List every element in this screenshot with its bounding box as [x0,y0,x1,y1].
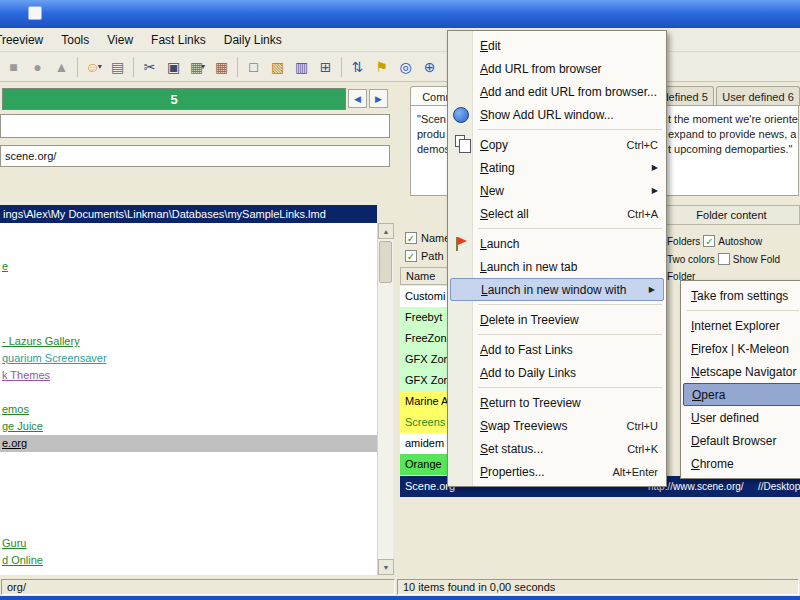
context-menu-item-show-add-url-window[interactable]: Show Add URL window... [448,103,666,126]
copy-icon: ▣ [167,59,180,75]
path-filter-row: Path [405,249,444,263]
tree-item[interactable]: d Online [0,552,377,569]
add-grid-button[interactable]: ⊞ [314,55,337,78]
menubar-item-treeview[interactable]: Treeview [0,30,52,50]
menu-separator [478,387,662,388]
treeview-panel[interactable]: e- Lazurs Galleryquarium Screensaverk Th… [0,223,377,575]
print-icon: ▤ [111,59,124,75]
status-bar: org/ 10 items found in 0,00 seconds [0,578,800,596]
submenu-item-opera[interactable]: Opera [683,383,800,406]
show-folders-checkbox[interactable] [718,253,730,265]
tree-item[interactable]: ge Juice [0,418,377,435]
sort-button[interactable]: ⇅ [346,55,369,78]
new-url-button[interactable]: □ [242,55,265,78]
shape-square-button[interactable]: ■ [2,55,25,78]
menubar-item-tools[interactable]: Tools [52,30,98,50]
shape-polygon-button[interactable]: ▲ [50,55,73,78]
title-bar[interactable] [0,0,800,28]
autoshow-label: Autoshow [718,236,762,247]
menubar-item-view[interactable]: View [98,30,142,50]
context-menu-item-launch-in-new-window-with[interactable]: Launch in new window with▶ [450,278,664,301]
rating-bar[interactable]: 5 [2,88,346,110]
tree-item[interactable]: e [0,258,377,275]
paste-special-button[interactable]: ▦ [210,55,233,78]
duplicate-button[interactable]: ▥ [290,55,313,78]
submenu-item-default-browser[interactable]: Default Browser [681,429,800,452]
tree-item[interactable]: - Lazurs Gallery [0,333,377,350]
scrollbar-thumb[interactable] [379,241,392,283]
path-checkbox[interactable] [405,250,417,262]
cut-icon: ✂ [144,59,156,75]
context-menu-item-copy[interactable]: CopyCtrl+C [448,133,666,156]
submenu-item-user-defined[interactable]: User defined [681,406,800,429]
browser-globe-button[interactable]: ◎ [394,55,417,78]
submenu-item-chrome[interactable]: Chrome [681,452,800,475]
context-menu-item-delete-in-treeview[interactable]: Delete in Treeview [448,308,666,331]
tree-scrollbar[interactable]: ▲ ▼ [377,223,393,575]
globe-link-button[interactable]: ⊕ [418,55,441,78]
paste-button[interactable]: ▦▾ [186,55,209,78]
emoticon-button[interactable]: ☺▾ [82,55,105,78]
menubar-item-fast-links[interactable]: Fast Links [142,30,215,50]
rating-prev-button[interactable]: ◀ [348,89,367,108]
tree-item[interactable]: emos [0,401,377,418]
new-url-icon: □ [249,59,257,75]
context-menu-item-select-all[interactable]: Select allCtrl+A [448,202,666,225]
scroll-down-icon[interactable]: ▼ [378,559,394,575]
copy-button[interactable]: ▣ [162,55,185,78]
name-checkbox[interactable] [405,232,417,244]
tree-item[interactable]: Guru [0,535,377,552]
context-menu-item-add-to-daily-links[interactable]: Add to Daily Links [448,361,666,384]
menubar-item-daily-links[interactable]: Daily Links [215,30,291,50]
tree-item[interactable]: k Themes [0,367,377,384]
launch-browser-submenu: Take from settingsInternet ExplorerFiref… [680,280,800,479]
print-button[interactable]: ▤ [106,55,129,78]
context-menu-item-add-url-from-browser[interactable]: Add URL from browser [448,57,666,80]
context-menu-item-edit[interactable]: Edit [448,34,666,57]
tree-item-label: d Online [2,554,43,566]
menu-item-shortcut: Alt+Enter [612,466,658,478]
tree-item[interactable]: e.org [0,435,377,452]
shape-circle-icon: ● [33,59,41,75]
submenu-item-take-from-settings[interactable]: Take from settings [681,284,800,307]
two-colors-option-row: Two colors Show Fold [667,253,780,265]
menu-item-label: Select all [480,207,529,221]
name-checkbox-label: Name [421,232,450,244]
toolbar-separator [237,57,238,77]
tree-item[interactable]: quarium Screensaver [0,350,377,367]
menu-item-label: Return to Treeview [480,396,581,410]
context-menu-item-return-to-treeview[interactable]: Return to Treeview [448,391,666,414]
rating-next-button[interactable]: ▶ [369,89,388,108]
two-colors-label: Two colors [667,254,715,265]
tree-item-label: quarium Screensaver [2,352,107,364]
new-folder-button[interactable]: ▧ [266,55,289,78]
menu-separator [687,310,799,311]
autoshow-checkbox[interactable] [703,235,715,247]
scroll-up-icon[interactable]: ▲ [378,223,394,239]
context-menu-item-add-to-fast-links[interactable]: Add to Fast Links [448,338,666,361]
menu-item-label: Launch in new tab [480,260,577,274]
context-menu-item-launch[interactable]: Launch [448,232,666,255]
context-menu-item-swap-treeviews[interactable]: Swap TreeviewsCtrl+U [448,414,666,437]
context-menu-item-launch-in-new-tab[interactable]: Launch in new tab [448,255,666,278]
submenu-item-internet-explorer[interactable]: Internet Explorer [681,314,800,337]
cut-button[interactable]: ✂ [138,55,161,78]
menu-item-label: Netscape Navigator [691,365,796,379]
context-menu-item-new[interactable]: New▶ [448,179,666,202]
submenu-item-firefox-k-meleon[interactable]: Firefox | K-Meleon [681,337,800,360]
menu-item-shortcut: Ctrl+C [627,139,658,151]
menu-item-label: Default Browser [691,434,776,448]
context-menu-item-add-and-edit-url-from-browser[interactable]: Add and edit URL from browser... [448,80,666,103]
flag-button[interactable]: ⚑ [370,55,393,78]
tree-item-label: Guru [2,537,26,549]
url-field[interactable] [0,145,390,167]
name-field[interactable] [0,114,390,138]
submenu-item-netscape-navigator[interactable]: Netscape Navigator [681,360,800,383]
context-menu: EditAdd URL from browserAdd and edit URL… [447,30,667,487]
tab-user-defined-6[interactable]: User defined 6 [716,86,800,106]
context-menu-item-set-status[interactable]: Set status...Ctrl+K [448,437,666,460]
context-menu-item-properties[interactable]: Properties...Alt+Enter [448,460,666,483]
context-menu-item-rating[interactable]: Rating▶ [448,156,666,179]
sort-icon: ⇅ [352,59,364,75]
shape-circle-button[interactable]: ● [26,55,49,78]
